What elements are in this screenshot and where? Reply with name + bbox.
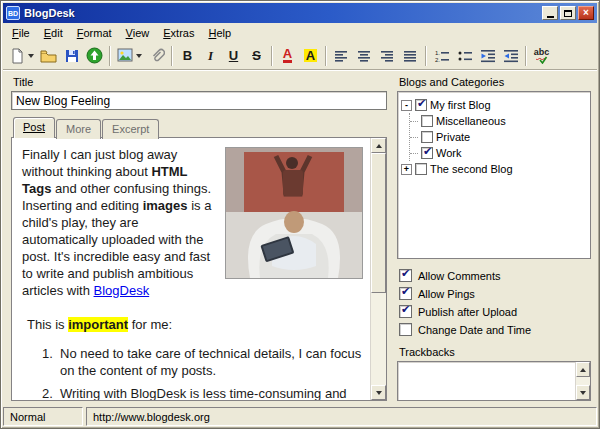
- option-allow-pings[interactable]: Allow Pings: [399, 285, 591, 302]
- tree-item-label[interactable]: The second Blog: [430, 163, 513, 175]
- post-editor[interactable]: Finally I can just blog away without thi…: [11, 137, 387, 401]
- menu-file[interactable]: File: [5, 24, 37, 42]
- person-in-chair-illustration: [226, 148, 362, 278]
- option-allow-comments[interactable]: Allow Comments: [399, 267, 591, 284]
- publish-button[interactable]: [83, 44, 106, 68]
- option-publish-after-upload[interactable]: Publish after Upload: [399, 303, 591, 320]
- checkbox[interactable]: [399, 287, 412, 300]
- menu-extras[interactable]: Extras: [156, 24, 201, 42]
- font-color-button[interactable]: A: [276, 44, 299, 68]
- text-segment: for me:: [128, 317, 172, 332]
- tab-post[interactable]: Post: [13, 117, 55, 138]
- scroll-up-button[interactable]: [576, 362, 590, 377]
- scroll-down-button[interactable]: [371, 385, 386, 400]
- align-justify-button[interactable]: [399, 44, 422, 68]
- scroll-up-button[interactable]: [371, 138, 386, 153]
- svg-text:1.: 1.: [435, 50, 440, 56]
- menu-bar: File Edit Format View Extras Help: [3, 23, 597, 42]
- trackbacks-input[interactable]: [397, 361, 591, 401]
- bold-button[interactable]: B: [176, 44, 199, 68]
- image-icon: [117, 48, 133, 63]
- tree-item-label[interactable]: Work: [436, 147, 461, 159]
- editor-scrollbar[interactable]: [370, 138, 386, 400]
- tab-more[interactable]: More: [56, 119, 101, 139]
- tab-excerpt[interactable]: Excerpt: [102, 119, 159, 139]
- publish-up-arrow-icon: [86, 47, 103, 64]
- blogdesk-link[interactable]: BlogDesk: [94, 283, 150, 298]
- tree-item-my-first-blog[interactable]: My first Blog: [401, 97, 587, 113]
- option-label: Change Date and Time: [418, 324, 531, 336]
- align-center-button[interactable]: [353, 44, 376, 68]
- menu-help[interactable]: Help: [201, 24, 238, 42]
- maximize-button[interactable]: [560, 6, 576, 20]
- blogs-tree[interactable]: My first Blog Miscellaneous Private Work: [397, 91, 591, 259]
- insert-image-button[interactable]: [114, 44, 145, 68]
- category-checkbox[interactable]: [421, 147, 433, 159]
- blog-checkbox[interactable]: [415, 99, 427, 111]
- tree-item-label[interactable]: My first Blog: [430, 99, 491, 111]
- spellcheck-button[interactable]: abc: [530, 44, 553, 68]
- bold-text: images: [143, 198, 188, 213]
- toolbar-separator: [171, 46, 173, 66]
- numbered-list-button[interactable]: 1.2.: [430, 44, 453, 68]
- increase-indent-button[interactable]: [499, 44, 522, 68]
- collapse-icon[interactable]: [401, 100, 412, 111]
- category-checkbox[interactable]: [421, 131, 433, 143]
- paragraph-2: This is important for me:: [22, 316, 362, 333]
- minimize-button[interactable]: [542, 6, 558, 20]
- italic-button[interactable]: I: [199, 44, 222, 68]
- expand-icon[interactable]: [401, 164, 412, 175]
- scrollbar-thumb[interactable]: [371, 153, 386, 293]
- title-input[interactable]: [11, 91, 387, 110]
- maximize-icon: [564, 10, 572, 17]
- title-bar[interactable]: BD BlogDesk ×: [3, 3, 597, 23]
- status-style: Normal: [3, 407, 83, 426]
- new-post-button[interactable]: [7, 44, 37, 68]
- tree-item-private[interactable]: Private: [410, 129, 587, 145]
- blog-checkbox[interactable]: [415, 163, 427, 175]
- post-column: Title Post More Excerpt: [11, 75, 387, 401]
- align-left-button[interactable]: [330, 44, 353, 68]
- menu-format[interactable]: Format: [70, 24, 119, 42]
- option-change-date-time[interactable]: Change Date and Time: [399, 321, 591, 338]
- tree-item-label[interactable]: Private: [436, 131, 470, 143]
- close-icon: ×: [583, 8, 589, 18]
- category-checkbox[interactable]: [421, 115, 433, 127]
- scrollbar-track[interactable]: [576, 377, 590, 385]
- strikethrough-button[interactable]: S: [245, 44, 268, 68]
- trackbacks-scrollbar[interactable]: [575, 362, 590, 400]
- save-button[interactable]: [60, 44, 83, 68]
- close-button[interactable]: ×: [578, 6, 594, 20]
- attach-file-button[interactable]: [145, 44, 168, 68]
- post-options: Allow Comments Allow Pings Publish after…: [399, 267, 591, 339]
- tree-item-label[interactable]: Miscellaneous: [436, 115, 506, 127]
- post-photo-image[interactable]: [226, 148, 362, 278]
- list-number: 2.: [42, 385, 60, 400]
- menu-edit[interactable]: Edit: [37, 24, 70, 42]
- align-right-button[interactable]: [376, 44, 399, 68]
- new-post-icon: [10, 48, 25, 64]
- checkbox[interactable]: [399, 305, 412, 318]
- text-highlight-button[interactable]: A: [299, 44, 322, 68]
- tree-item-work[interactable]: Work: [410, 145, 587, 161]
- status-bar: Normal http://www.blogdesk.org: [3, 404, 597, 426]
- post-body[interactable]: Finally I can just blog away without thi…: [12, 138, 370, 400]
- checkbox[interactable]: [399, 323, 412, 336]
- checkbox[interactable]: [399, 269, 412, 282]
- bullet-list-icon: [457, 49, 473, 63]
- bullet-list-button[interactable]: [453, 44, 476, 68]
- open-post-button[interactable]: [37, 44, 60, 68]
- decrease-indent-button[interactable]: [476, 44, 499, 68]
- tree-item-miscellaneous[interactable]: Miscellaneous: [410, 113, 587, 129]
- scrollbar-track[interactable]: [371, 153, 386, 385]
- menu-view[interactable]: View: [119, 24, 157, 42]
- numbered-list: 1.No need to take care of technical deta…: [22, 345, 362, 400]
- underline-button[interactable]: U: [222, 44, 245, 68]
- minimize-icon: [547, 16, 554, 18]
- strikethrough-icon: S: [252, 49, 261, 63]
- scroll-down-button[interactable]: [576, 385, 590, 400]
- tree-children: Miscellaneous Private Work: [409, 113, 587, 161]
- blogdesk-window: BD BlogDesk × File Edit Format View Extr…: [0, 0, 600, 429]
- align-center-icon: [357, 49, 372, 63]
- tree-item-the-second-blog[interactable]: The second Blog: [401, 161, 587, 177]
